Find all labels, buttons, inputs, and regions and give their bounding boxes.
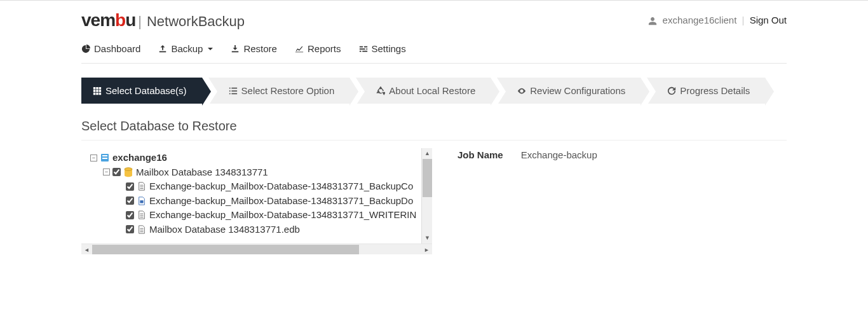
wizard-step4-label: Review Configurations — [530, 85, 625, 96]
wizard-step3-label: About Local Restore — [389, 85, 475, 96]
recycle-icon — [376, 86, 385, 95]
nav-settings-label: Settings — [372, 43, 406, 54]
file-icon — [137, 210, 147, 220]
wizard-step-restore-option[interactable]: Select Restore Option — [208, 78, 350, 104]
file-icon — [137, 181, 147, 191]
tree-db-label[interactable]: Mailbox Database 1348313771 — [136, 165, 268, 180]
wizard-step-select-database[interactable]: Select Database(s) — [81, 78, 202, 104]
pie-chart-icon — [81, 45, 90, 53]
grid-icon — [93, 86, 102, 95]
nav-reports[interactable]: Reports — [295, 43, 341, 54]
scrollbar-thumb[interactable] — [423, 159, 432, 197]
user-icon — [648, 15, 657, 26]
nav-dashboard-label: Dashboard — [94, 43, 140, 54]
wizard-step1-label: Select Database(s) — [105, 85, 187, 96]
wizard-steps: Select Database(s) Select Restore Option… — [81, 78, 787, 104]
nav-backup-label: Backup — [171, 43, 203, 54]
file-icon — [137, 224, 147, 235]
nav-backup[interactable]: Backup — [158, 43, 213, 54]
file-doc-icon — [137, 196, 147, 206]
svg-rect-2 — [102, 158, 107, 159]
database-icon — [123, 167, 133, 177]
tree-collapse-icon[interactable]: − — [103, 168, 110, 175]
list-icon — [229, 86, 238, 95]
tree-collapse-icon[interactable]: − — [90, 155, 97, 162]
tree-file-label[interactable]: Exchange-backup_Mailbox-Database-1348313… — [149, 194, 413, 209]
product-name: NetworkBackup — [147, 13, 245, 30]
vertical-scrollbar[interactable]: ▲ ▼ — [421, 148, 432, 244]
nav-reports-label: Reports — [308, 43, 341, 54]
wizard-step5-label: Progress Details — [680, 85, 750, 96]
chart-line-icon — [295, 45, 304, 53]
scroll-right-icon: ► — [424, 247, 430, 253]
download-icon — [231, 45, 240, 53]
job-name-label: Job Name — [458, 149, 503, 160]
refresh-icon — [667, 86, 676, 95]
scroll-down-icon: ▼ — [424, 234, 430, 243]
nav-restore-label: Restore — [243, 43, 277, 54]
wizard-step-progress[interactable]: Progress Details — [647, 78, 765, 104]
section-title: Select Database to Restore — [81, 119, 787, 141]
scroll-left-icon: ◄ — [84, 247, 90, 253]
wizard-step-review[interactable]: Review Configurations — [497, 78, 641, 104]
tree-file-label[interactable]: Mailbox Database 1348313771.edb — [149, 223, 300, 237]
tree-checkbox[interactable] — [112, 168, 121, 176]
tree-checkbox[interactable] — [126, 196, 134, 205]
database-tree: − exchange16 − Mailbox Database 13483137… — [81, 148, 432, 244]
tree-file-label[interactable]: Exchange-backup_Mailbox-Database-1348313… — [149, 179, 413, 194]
brand-logo: vembu | NetworkBackup — [81, 10, 245, 31]
tree-root-label[interactable]: exchange16 — [112, 151, 167, 165]
eye-icon — [517, 86, 526, 95]
server-icon — [100, 153, 110, 163]
wizard-step2-label: Select Restore Option — [241, 85, 335, 96]
scroll-up-icon: ▲ — [424, 149, 430, 158]
wizard-step-about-local[interactable]: About Local Restore — [356, 78, 491, 104]
horizontal-scrollbar[interactable]: ◄ ► — [81, 244, 432, 254]
job-name-value: Exchange-backup — [521, 149, 597, 160]
tree-file-label[interactable]: Exchange-backup_Mailbox-Database-1348313… — [149, 208, 416, 223]
nav-settings[interactable]: Settings — [359, 43, 406, 54]
svg-rect-1 — [102, 155, 107, 156]
signout-link[interactable]: Sign Out — [750, 15, 787, 25]
nav-dashboard[interactable]: Dashboard — [81, 43, 140, 54]
tree-checkbox[interactable] — [126, 211, 134, 219]
tree-checkbox[interactable] — [126, 225, 134, 233]
scrollbar-thumb[interactable] — [92, 245, 359, 254]
username-label: exchange16client — [663, 15, 737, 25]
nav-restore[interactable]: Restore — [231, 43, 277, 54]
upload-icon — [158, 45, 167, 53]
tree-checkbox[interactable] — [126, 182, 134, 191]
svg-rect-5 — [140, 200, 143, 203]
sliders-icon — [359, 45, 368, 53]
caret-down-icon — [208, 48, 213, 50]
